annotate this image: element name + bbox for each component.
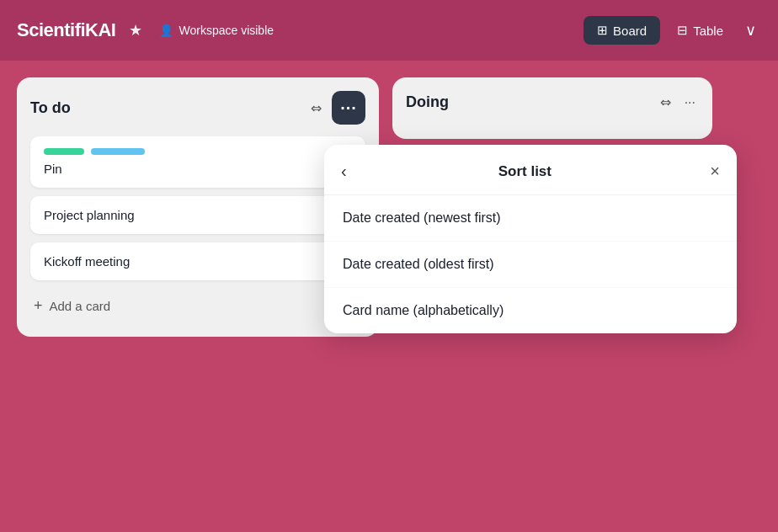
- workspace-button[interactable]: 👤 Workspace visible: [159, 24, 274, 37]
- sort-option-alphabetical[interactable]: Card name (alphabetically): [324, 288, 737, 333]
- star-icon[interactable]: ★: [129, 21, 142, 40]
- sort-dropdown-header: ‹ Sort list ×: [324, 145, 737, 195]
- list-doing-collapse-button[interactable]: ⇔: [657, 91, 674, 114]
- plus-icon: +: [34, 297, 43, 315]
- list-doing-title: Doing: [406, 93, 449, 111]
- sort-option-newest[interactable]: Date created (newest first): [324, 195, 737, 242]
- collapse-icon-doing: ⇔: [660, 95, 671, 109]
- list-todo-header: To do ⇔ ···: [30, 91, 365, 125]
- table-view-button[interactable]: ⊟ Table: [663, 16, 737, 45]
- sort-option-oldest[interactable]: Date created (oldest first): [324, 242, 737, 288]
- list-todo-title: To do: [30, 99, 71, 117]
- card-pin-title: Pin: [44, 162, 352, 176]
- card-pin[interactable]: Pin: [30, 136, 365, 188]
- card-project-planning-title: Project planning: [44, 208, 352, 222]
- card-kickoff-meeting-title: Kickoff meeting: [44, 254, 352, 269]
- table-icon: ⊟: [677, 23, 688, 38]
- table-label: Table: [693, 24, 723, 38]
- board-view-button[interactable]: ⊞ Board: [584, 16, 660, 45]
- list-doing-menu-button[interactable]: ···: [681, 92, 699, 114]
- list-todo-menu-button[interactable]: ···: [332, 91, 365, 125]
- collapse-icon: ⇔: [311, 101, 322, 115]
- workspace-icon: 👤: [159, 24, 173, 37]
- sort-back-button[interactable]: ‹: [341, 160, 354, 183]
- list-todo-actions: ⇔ ···: [307, 91, 365, 125]
- add-card-label: Add a card: [50, 299, 111, 313]
- list-doing-actions: ⇔ ···: [657, 91, 699, 114]
- tag-blue: [91, 148, 145, 155]
- back-icon: ‹: [341, 162, 347, 180]
- nav-chevron-button[interactable]: ∨: [740, 16, 761, 45]
- app-header: ScientifiKAI ★ 👤 Workspace visible ⊞ Boa…: [0, 0, 778, 61]
- ellipsis-icon: ···: [340, 98, 357, 118]
- list-todo-collapse-button[interactable]: ⇔: [307, 97, 325, 120]
- tag-green: [44, 148, 84, 155]
- card-kickoff-meeting[interactable]: Kickoff meeting: [30, 242, 365, 280]
- view-nav: ⊞ Board ⊟ Table ∨: [584, 16, 761, 45]
- sort-dropdown-title: Sort list: [354, 163, 696, 180]
- board-label: Board: [613, 24, 647, 38]
- sort-close-button[interactable]: ×: [710, 162, 720, 181]
- chevron-down-icon: ∨: [745, 22, 756, 39]
- board-area: To do ⇔ ··· Pin Project planning: [0, 61, 778, 532]
- list-doing: Doing ⇔ ···: [392, 77, 712, 139]
- ellipsis-icon-doing: ···: [685, 95, 695, 109]
- board-icon: ⊞: [597, 23, 608, 38]
- list-doing-header: Doing ⇔ ···: [406, 91, 699, 114]
- add-card-button-todo[interactable]: + Add a card: [30, 289, 365, 323]
- sort-dropdown: ‹ Sort list × Date created (newest first…: [324, 145, 737, 333]
- app-logo: ScientifiKAI: [17, 19, 115, 41]
- close-icon: ×: [710, 162, 720, 180]
- workspace-label: Workspace visible: [179, 24, 274, 37]
- card-pin-tags: [44, 148, 352, 155]
- card-project-planning[interactable]: Project planning: [30, 196, 365, 234]
